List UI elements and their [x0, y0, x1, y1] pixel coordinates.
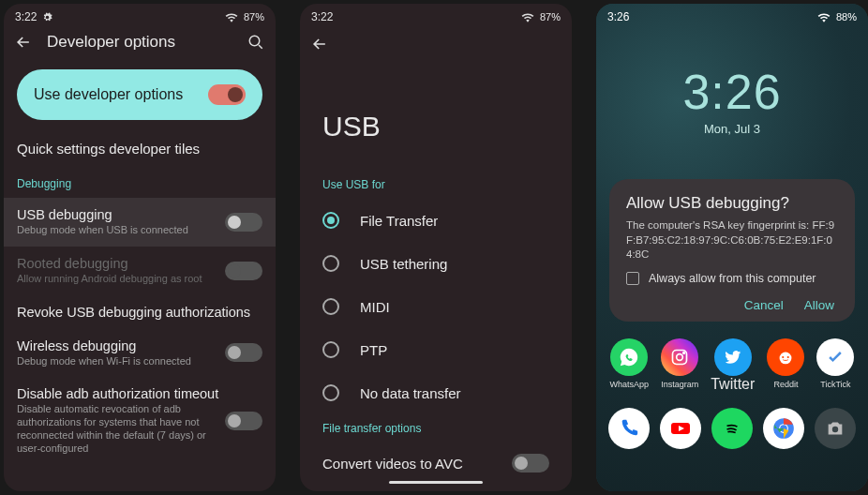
wifi-icon — [521, 12, 534, 22]
usb-debugging-row[interactable]: USB debugging Debug mode when USB is con… — [4, 198, 276, 247]
radio-ptp[interactable]: PTP — [300, 328, 572, 371]
battery-percent: 87% — [540, 11, 561, 22]
status-bar: 3:22 87% — [300, 4, 572, 26]
wireless-debugging-toggle[interactable] — [225, 343, 262, 362]
convert-avc-row[interactable]: Convert videos to AVC — [300, 442, 572, 484]
usb-preferences-screen: 3:22 87% USB Use USB for File Transfer U… — [300, 4, 572, 491]
radio-icon[interactable] — [322, 298, 339, 315]
use-usb-for-header: Use USB for — [300, 171, 572, 199]
always-allow-label: Always allow from this computer — [649, 272, 816, 285]
radio-label: No data transfer — [360, 385, 461, 401]
radio-icon[interactable] — [322, 212, 339, 229]
radio-icon[interactable] — [322, 384, 339, 401]
page-title: Developer options — [47, 33, 246, 52]
master-toggle-label: Use developer options — [34, 86, 208, 103]
settings-gear-icon — [42, 12, 52, 22]
quick-tiles-row[interactable]: Quick settings developer tiles — [4, 137, 276, 168]
status-time: 3:22 — [311, 10, 333, 23]
rooted-debugging-desc: Allow running Android debugging as root — [17, 273, 225, 286]
rooted-debugging-row: Rooted debugging Allow running Android d… — [4, 247, 276, 295]
battery-percent: 87% — [244, 11, 264, 22]
lock-screen-dialog: 3:26 88% 3:26 Mon, Jul 3 Allow USB debug… — [596, 4, 868, 491]
status-time: 3:22 — [15, 10, 37, 23]
app-row: WhatsApp Instagram Twitter Reddit — [596, 322, 868, 397]
radio-icon[interactable] — [322, 341, 339, 358]
radio-midi[interactable]: MIDI — [300, 285, 572, 328]
checkbox-icon[interactable] — [626, 272, 639, 285]
usb-debugging-dialog: Allow USB debugging? The computer's RSA … — [609, 179, 855, 322]
app-twitter[interactable]: Twitter — [711, 338, 755, 393]
radio-usb-tethering[interactable]: USB tethering — [300, 242, 572, 285]
radio-file-transfer[interactable]: File Transfer — [300, 199, 572, 242]
lock-date: Mon, Jul 3 — [596, 122, 868, 136]
app-label: Instagram — [661, 380, 698, 389]
adb-timeout-row[interactable]: Disable adb authorization timeout Disabl… — [4, 377, 276, 464]
svg-point-2 — [677, 353, 683, 360]
youtube-icon[interactable] — [660, 408, 701, 449]
camera-icon[interactable] — [815, 408, 856, 449]
search-icon[interactable] — [246, 32, 266, 52]
app-reddit[interactable]: Reddit — [767, 338, 804, 393]
app-whatsapp[interactable]: WhatsApp — [610, 338, 650, 393]
status-time: 3:26 — [607, 10, 629, 23]
app-ticktick[interactable]: TickTick — [816, 338, 854, 393]
status-bar: 3:22 87% — [4, 4, 276, 26]
wifi-icon — [817, 12, 831, 22]
spotify-icon[interactable] — [711, 408, 753, 449]
usb-debugging-title: USB debugging — [17, 207, 225, 222]
master-toggle-switch[interactable] — [208, 84, 246, 105]
convert-avc-toggle[interactable] — [512, 454, 549, 472]
developer-options-screen: 3:22 87% Developer options Use developer… — [4, 4, 276, 491]
app-label: Reddit — [773, 380, 798, 389]
app-instagram[interactable]: Instagram — [661, 338, 698, 393]
lock-clock: 3:26 Mon, Jul 3 — [596, 26, 868, 136]
cancel-button[interactable]: Cancel — [744, 298, 784, 312]
debugging-section-header: Debugging — [4, 168, 276, 198]
app-bar — [300, 26, 572, 64]
svg-point-3 — [683, 352, 685, 353]
back-icon[interactable] — [13, 32, 34, 52]
svg-point-4 — [780, 352, 792, 364]
adb-timeout-toggle[interactable] — [225, 412, 262, 430]
master-toggle-row[interactable]: Use developer options — [17, 69, 262, 120]
file-transfer-options-header: File transfer options — [300, 414, 572, 442]
chrome-icon[interactable] — [763, 408, 804, 449]
ticktick-icon — [816, 338, 854, 376]
adb-timeout-title: Disable adb authorization timeout — [17, 386, 225, 401]
svg-point-0 — [249, 36, 260, 46]
wireless-debugging-title: Wireless debugging — [17, 338, 225, 353]
phone-app-icon[interactable] — [608, 408, 650, 449]
revoke-auth-row[interactable]: Revoke USB debugging authorizations — [4, 295, 276, 329]
radio-label: File Transfer — [360, 213, 438, 229]
dialog-actions: Cancel Allow — [626, 298, 838, 312]
convert-avc-label: Convert videos to AVC — [322, 456, 512, 472]
rooted-debugging-title: Rooted debugging — [17, 256, 225, 271]
revoke-auth-title: Revoke USB debugging authorizations — [17, 305, 262, 320]
radio-label: MIDI — [360, 299, 390, 315]
svg-point-5 — [783, 355, 785, 357]
instagram-icon — [661, 338, 698, 376]
twitter-icon — [714, 338, 752, 376]
app-label: Twitter — [711, 376, 755, 393]
radio-label: PTP — [360, 342, 387, 358]
back-icon[interactable] — [309, 34, 330, 54]
wireless-debugging-row[interactable]: Wireless debugging Debug mode when Wi-Fi… — [4, 329, 276, 378]
status-bar: 3:26 88% — [596, 4, 868, 26]
page-title: USB — [300, 64, 572, 171]
usb-debugging-toggle[interactable] — [225, 213, 262, 232]
radio-icon[interactable] — [322, 255, 339, 272]
wireless-debugging-desc: Debug mode when Wi-Fi is connected — [17, 355, 225, 368]
dialog-title: Allow USB debugging? — [626, 194, 838, 213]
dock — [596, 397, 868, 460]
radio-no-data-transfer[interactable]: No data transfer — [300, 371, 572, 414]
allow-button[interactable]: Allow — [804, 298, 834, 312]
reddit-icon — [767, 338, 804, 376]
adb-timeout-desc: Disable automatic revocation of adb auth… — [17, 403, 225, 455]
lock-time: 3:26 — [596, 64, 868, 120]
app-label: TickTick — [820, 380, 850, 389]
app-label: WhatsApp — [610, 380, 650, 389]
nav-handle[interactable] — [389, 481, 483, 484]
radio-label: USB tethering — [360, 256, 447, 272]
rooted-debugging-toggle — [225, 262, 262, 280]
always-allow-row[interactable]: Always allow from this computer — [626, 272, 838, 285]
